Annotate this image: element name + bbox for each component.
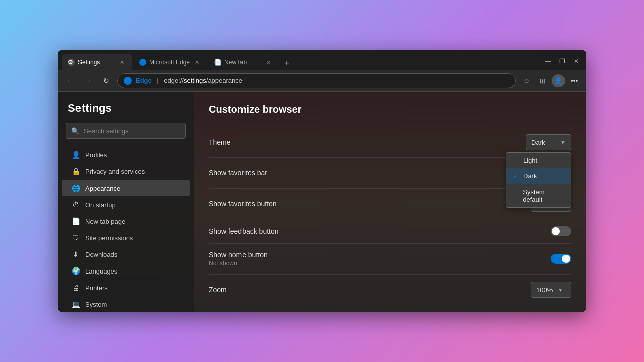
newtab-tab-icon: 📄 [214,59,221,66]
new-tab-button[interactable]: + [280,56,294,70]
languages-icon: 🌍 [72,267,80,275]
profile-avatar[interactable]: 👤 [552,74,565,87]
sidebar-item-system[interactable]: 💻 System [62,296,190,312]
system-icon: 💻 [72,300,80,308]
zoom-dropdown-arrow: ▼ [558,287,563,293]
home-button-toggle[interactable] [551,254,571,264]
theme-option-light-label: Light [523,157,537,164]
main-panel: Customize browser Theme Dark ▼ Light [194,92,586,312]
sidebar-item-downloads[interactable]: ⬇ Downloads [62,246,190,262]
edge-tab-label: Microsoft Edge [149,59,190,66]
sidebar-item-languages[interactable]: 🌍 Languages [62,263,190,279]
zoom-row: Zoom 100% ▼ [209,275,571,305]
home-button-label: Show home button [209,251,268,259]
home-button-labels: Show home button Not shown [209,251,268,267]
system-label: System [85,301,107,308]
zoom-label: Zoom [209,286,227,294]
profiles-label: Profiles [85,151,107,159]
address-favicon-label: Edge [136,77,152,84]
printers-icon: 🖨 [72,284,80,292]
sidebar-item-appearance[interactable]: 🌐 Appearance [62,180,190,196]
restore-button[interactable]: ❐ [556,55,568,67]
sidebar-item-profiles[interactable]: 👤 Profiles [62,147,190,163]
window-controls: — ❐ ✕ [542,55,582,70]
feedback-toggle-thumb [552,227,560,235]
theme-option-dark-label: Dark [523,172,537,180]
sidebar-item-permissions[interactable]: 🛡 Site permissions [62,230,190,246]
minimize-button[interactable]: — [542,55,554,67]
privacy-label: Privacy and services [85,168,145,175]
title-bar: ⚙ Settings ✕ Microsoft Edge ✕ 📄 New tab … [58,50,586,70]
downloads-icon: ⬇ [72,250,80,258]
edge-tab-close[interactable]: ✕ [193,58,201,67]
home-button-sublabel: Not shown [209,260,268,267]
search-settings-box[interactable]: 🔍 [66,123,186,139]
startup-label: On startup [85,201,116,209]
favorites-bar-label: Show favorites bar [209,169,267,177]
sidebar-item-newtab[interactable]: 📄 New tab page [62,213,190,229]
zoom-dropdown[interactable]: 100% ▼ [531,282,571,298]
sidebar-item-startup[interactable]: ⏱ On startup [62,197,190,213]
panel-title: Customize browser [209,104,571,115]
tab-settings[interactable]: ⚙ Settings ✕ [62,54,132,70]
settings-tab-label: Settings [78,59,100,66]
home-toggle-thumb [562,255,570,263]
site-favicon [124,77,132,85]
theme-option-light[interactable]: Light [506,153,571,168]
refresh-button[interactable]: ↻ [99,74,113,88]
newtab-label: New tab page [85,218,125,225]
edge-tab-icon [139,59,146,66]
appearance-label: Appearance [85,185,120,192]
permissions-label: Site permissions [85,234,133,242]
toolbar-right: ☆ ⊞ 👤 ••• [520,74,581,88]
newtab-tab-close[interactable]: ✕ [264,58,273,67]
settings-tab-icon: ⚙ [68,59,75,66]
sidebar-item-printers[interactable]: 🖨 Printers [62,280,190,296]
theme-dropdown-menu: Light ✓ Dark System default [506,152,571,208]
search-settings-input[interactable] [84,127,180,135]
browser-content: Settings 🔍 👤 Profiles 🔒 Privacy and serv… [58,92,586,312]
feedback-button-toggle[interactable] [551,226,571,236]
address-bar: ← → ↻ Edge | edge://settings/appearance … [58,70,586,92]
theme-option-dark[interactable]: ✓ Dark [506,168,571,184]
dark-checkmark: ✓ [513,173,519,180]
address-input[interactable]: Edge | edge://settings/appearance [117,73,516,88]
permissions-icon: 🛡 [72,234,80,242]
collections-button[interactable]: ⊞ [536,74,550,88]
favorites-button-label: Show favorites button [209,200,277,208]
theme-setting-row: Theme Dark ▼ Light ✓ Dark [209,127,571,158]
fonts-section-title: Fonts [209,305,571,312]
languages-label: Languages [85,267,117,275]
forward-button[interactable]: → [81,74,95,88]
theme-label: Theme [209,138,231,146]
address-url: edge://settings/appearance [164,77,243,84]
settings-tab-close[interactable]: ✕ [118,58,126,67]
back-button[interactable]: ← [63,74,77,88]
settings-more-button[interactable]: ••• [567,74,581,88]
favorites-star-button[interactable]: ☆ [520,74,534,88]
privacy-icon: 🔒 [72,167,80,175]
tab-microsoft-edge[interactable]: Microsoft Edge ✕ [133,54,207,70]
startup-icon: ⏱ [72,201,80,209]
theme-dropdown-container: Dark ▼ Light ✓ Dark [526,134,571,150]
newtab-tab-label: New tab [224,59,247,66]
theme-option-system[interactable]: System default [506,184,571,207]
profiles-icon: 👤 [72,151,80,159]
sidebar: Settings 🔍 👤 Profiles 🔒 Privacy and serv… [58,92,194,312]
theme-option-system-label: System default [523,188,564,203]
theme-dropdown-arrow: ▼ [560,140,566,145]
search-icon: 🔍 [71,127,79,135]
feedback-button-label: Show feedback button [209,227,279,235]
feedback-button-row: Show feedback button [209,219,571,244]
newtab-icon: 📄 [72,217,80,225]
zoom-value: 100% [536,286,553,294]
theme-dropdown[interactable]: Dark ▼ [526,134,571,150]
sidebar-title: Settings [58,102,194,123]
printers-label: Printers [85,284,108,292]
downloads-label: Downloads [85,251,117,258]
close-button[interactable]: ✕ [570,55,582,67]
tab-new-tab[interactable]: 📄 New tab ✕ [208,54,279,70]
appearance-icon: 🌐 [72,184,80,192]
home-button-row: Show home button Not shown [209,244,571,275]
sidebar-item-privacy[interactable]: 🔒 Privacy and services [62,163,190,179]
